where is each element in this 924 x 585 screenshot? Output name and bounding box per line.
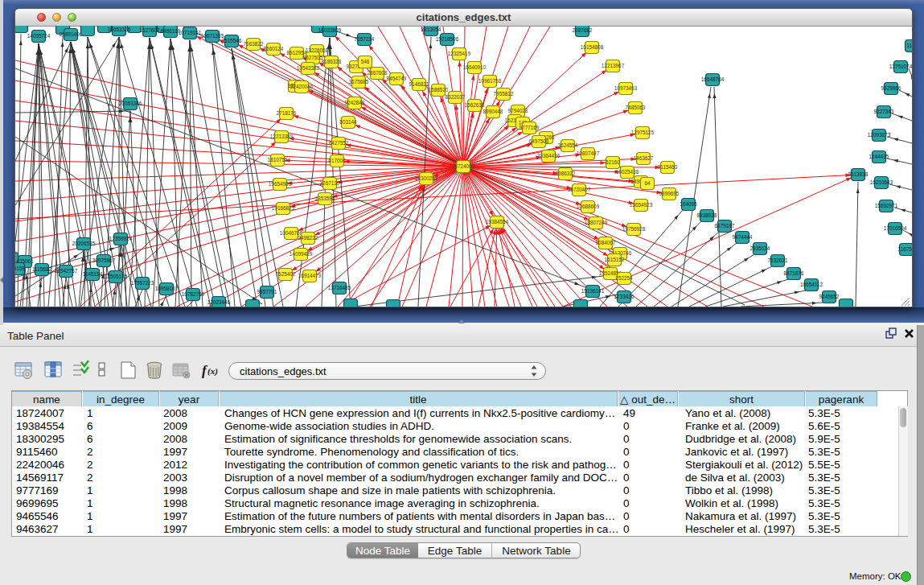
svg-text:3267130: 3267130 — [320, 180, 340, 186]
svg-text:7632621: 7632621 — [768, 257, 788, 263]
svg-text:19218506: 19218506 — [436, 36, 459, 42]
svg-text:7986322: 7986322 — [556, 171, 576, 176]
svg-text:10653326: 10653326 — [108, 27, 131, 32]
svg-text:12093873: 12093873 — [868, 132, 891, 138]
svg-text:16210643: 16210643 — [870, 179, 893, 185]
svg-text:10543382: 10543382 — [297, 65, 320, 71]
svg-text:9227343: 9227343 — [874, 109, 894, 114]
svg-text:12213967: 12213967 — [602, 63, 625, 68]
svg-text:19654985: 19654985 — [269, 181, 292, 187]
svg-text:17016504: 17016504 — [884, 225, 907, 231]
svg-text:6679197: 6679197 — [715, 223, 735, 229]
svg-text:2867608: 2867608 — [368, 70, 388, 76]
svg-text:10958107: 10958107 — [155, 286, 179, 291]
svg-text:10961758: 10961758 — [478, 78, 502, 84]
svg-text:10654112: 10654112 — [800, 282, 823, 287]
svg-text:7955812: 7955812 — [494, 91, 514, 97]
svg-text:1463627: 1463627 — [634, 155, 654, 161]
svg-text:10719151: 10719151 — [179, 30, 202, 35]
svg-text:20206535: 20206535 — [72, 241, 96, 246]
svg-text:16154808: 16154808 — [581, 44, 604, 50]
svg-text:2935114: 2935114 — [750, 245, 770, 251]
svg-text:10973493: 10973493 — [614, 85, 638, 91]
svg-text:8186328: 8186328 — [322, 59, 342, 64]
svg-text:1244415: 1244415 — [869, 154, 889, 159]
svg-text:18724007: 18724007 — [452, 163, 475, 169]
svg-text:22420046: 22420046 — [290, 84, 314, 89]
svg-text:9899695: 9899695 — [659, 191, 680, 196]
svg-text:12505135: 12505135 — [105, 274, 128, 279]
svg-text:8471876: 8471876 — [784, 270, 804, 276]
svg-text:164095: 164095 — [680, 201, 697, 207]
svg-text:18300295: 18300295 — [415, 175, 438, 181]
svg-text:8813054: 8813054 — [421, 27, 441, 32]
svg-text:13716485: 13716485 — [328, 285, 351, 290]
svg-text:19384554: 19384554 — [486, 219, 509, 225]
svg-text:20891406: 20891406 — [60, 31, 83, 37]
svg-text:12325419: 12325419 — [448, 51, 471, 56]
svg-text:10688609: 10688609 — [577, 204, 600, 209]
svg-text:1115682: 1115682 — [32, 266, 51, 272]
svg-text:7485063: 7485063 — [626, 105, 646, 110]
svg-text:1615152: 1615152 — [605, 257, 625, 262]
svg-text:10807487: 10807487 — [577, 150, 600, 156]
svg-text:7663822: 7663822 — [244, 41, 264, 47]
svg-text:2718176: 2718176 — [277, 110, 297, 116]
svg-text:15720407: 15720407 — [568, 187, 591, 192]
svg-text:1562615: 1562615 — [465, 102, 485, 108]
svg-text:9113838: 9113838 — [848, 171, 869, 177]
svg-text:12023446: 12023446 — [207, 299, 231, 305]
svg-text:252254: 252254 — [615, 275, 633, 281]
svg-text:14099489: 14099489 — [290, 251, 313, 257]
svg-text:16033809: 16033809 — [318, 27, 342, 33]
svg-text:17359924: 17359924 — [109, 236, 133, 241]
svg-text:64: 64 — [644, 180, 651, 186]
svg-text:20053346: 20053346 — [119, 101, 142, 106]
svg-text:6497508: 6497508 — [529, 138, 549, 144]
svg-text:9084067: 9084067 — [596, 240, 616, 245]
svg-text:1588520: 1588520 — [429, 87, 449, 93]
svg-text:3498222: 3498222 — [298, 235, 318, 241]
svg-text:1810755: 1810755 — [268, 157, 288, 163]
svg-text:15692971: 15692971 — [875, 203, 898, 208]
svg-text:417006: 417006 — [328, 158, 346, 163]
svg-text:9857791: 9857791 — [257, 289, 277, 295]
svg-text:19166825: 19166825 — [272, 205, 295, 211]
svg-text:13751074: 13751074 — [889, 64, 912, 69]
svg-text:30975867: 30975867 — [92, 257, 116, 263]
svg-text:16914479: 16914479 — [298, 273, 322, 278]
svg-text:15136141: 15136141 — [581, 288, 605, 294]
svg-text:8938928: 8938928 — [697, 212, 717, 218]
svg-text:1145194: 1145194 — [83, 271, 103, 277]
svg-text:(x): (x) — [207, 366, 218, 377]
svg-text:1733426: 1733426 — [614, 294, 634, 299]
svg-text:8454749: 8454749 — [387, 76, 407, 81]
svg-text:10025438: 10025438 — [616, 169, 639, 175]
svg-text:1527602: 1527602 — [140, 27, 160, 33]
svg-text:1353594: 1353594 — [315, 196, 335, 201]
svg-text:7515546: 7515546 — [222, 38, 242, 43]
svg-text:20364436: 20364436 — [537, 153, 561, 159]
svg-text:8322037: 8322037 — [446, 94, 466, 100]
svg-text:16782759: 16782759 — [182, 291, 205, 297]
svg-text:16648784: 16648784 — [701, 76, 725, 82]
svg-text:8990448: 8990448 — [483, 109, 503, 114]
svg-text:8427552: 8427552 — [329, 140, 349, 146]
svg-text:18807249: 18807249 — [585, 220, 608, 225]
svg-text:16640910: 16640910 — [463, 64, 487, 70]
svg-text:9146821: 9146821 — [409, 81, 429, 87]
svg-text:2087682: 2087682 — [573, 27, 593, 33]
svg-text:9777169: 9777169 — [519, 125, 540, 130]
svg-text:8660124: 8660124 — [264, 46, 284, 51]
svg-text:9242848: 9242848 — [345, 100, 365, 105]
svg-text:13654923: 13654923 — [630, 202, 653, 208]
svg-text:9329966: 9329966 — [881, 85, 901, 91]
svg-text:17957223: 17957223 — [131, 280, 154, 286]
svg-text:39159: 39159 — [15, 266, 25, 271]
svg-text:1112: 1112 — [906, 43, 912, 48]
svg-text:116753: 116753 — [898, 246, 912, 252]
svg-text:546: 546 — [361, 59, 370, 64]
svg-text:19756928: 19756928 — [622, 226, 646, 232]
svg-text:9794028: 9794028 — [508, 108, 528, 113]
svg-text:10671355: 10671355 — [201, 33, 224, 39]
